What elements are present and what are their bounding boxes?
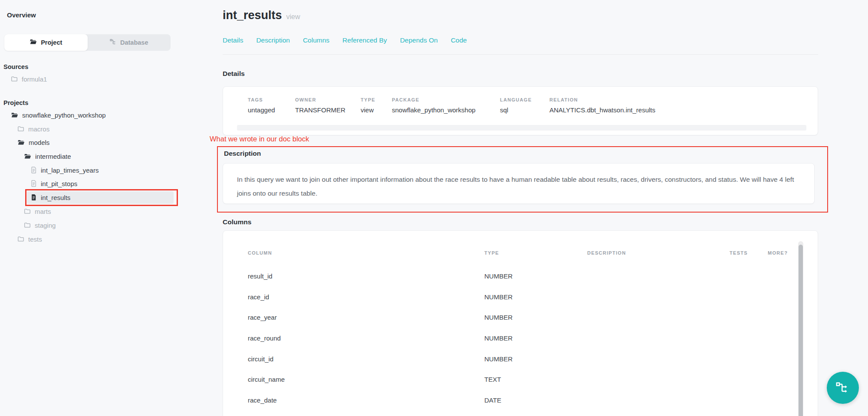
sources-section-label: Sources [3,63,28,70]
projects-section-label: Projects [3,99,28,106]
table-scrollbar-thumb[interactable] [799,245,803,416]
tree-item-label: macros [28,125,49,133]
folder-icon [24,208,31,215]
tree-item-label: int_results [41,194,70,201]
table-row-column-name[interactable]: race_id [248,293,269,301]
table-row-column-type: DATE [484,396,501,404]
tree-item-label: intermediate [35,153,71,160]
tab-bar: Details Description Columns Referenced B… [223,36,467,44]
description-card: In this query we want to join out other … [223,163,815,204]
tab-divider [223,54,818,55]
table-row-column-type: NUMBER [484,334,513,342]
tree-item-tests[interactable]: tests [17,233,42,245]
toggle-project-label: Project [41,39,62,46]
column-header-column: COLUMN [248,250,272,255]
database-tree-icon [110,39,116,46]
toggle-database-button[interactable]: Database [88,34,171,51]
detail-field-relation: RELATIONANALYTICS.dbt_hwatson.int_result… [549,97,655,114]
tree-item-label: marts [35,208,51,215]
table-row-column-name[interactable]: circuit_id [248,355,273,363]
tree-item-label: staging [35,222,56,229]
page-title: int_resultsview [223,9,300,22]
folder-open-icon [17,139,25,146]
table-scrollbar-track[interactable] [798,241,803,416]
tab-details[interactable]: Details [223,36,243,44]
table-row-column-type: NUMBER [484,314,513,321]
detail-field-type: TYPEview [361,97,375,114]
tree-item-macros[interactable]: macros [17,123,49,134]
folder-icon [17,236,24,242]
table-row-column-name[interactable]: circuit_name [248,376,285,383]
description-text: In this query we want to join out other … [237,173,801,200]
table-row-column-type: NUMBER [484,355,513,363]
tree-item-label: int_lap_times_years [41,167,99,174]
model-type-subtitle: view [286,13,300,20]
details-collapsed-strip [237,125,806,131]
tree-item-intermediate[interactable]: intermediate [24,151,71,162]
table-row-column-type: NUMBER [484,272,513,280]
source-label: formula1 [22,75,47,83]
column-header-description: DESCRIPTION [587,250,626,255]
tree-item-int-lap-times-years[interactable]: int_lap_times_years [30,164,99,176]
table-row-column-name[interactable]: result_id [248,272,273,280]
tree-item-models[interactable]: models [17,137,49,148]
tree-item-staging[interactable]: staging [24,219,56,231]
tree-item-label: tests [28,236,42,243]
tree-item-label: snowflake_python_workshop [22,111,106,119]
columns-table: COLUMN TYPE DESCRIPTION TESTS MORE? resu… [223,230,818,416]
sidebar-item-formula1[interactable]: formula1 [11,73,47,85]
folder-open-icon [30,38,37,47]
folder-icon [11,75,18,82]
toggle-database-label: Database [120,39,148,46]
table-row-column-name[interactable]: race_year [248,314,277,321]
tree-item-snowflake-python-workshop[interactable]: snowflake_python_workshop [11,109,106,121]
lineage-graph-button[interactable] [827,372,859,404]
tab-code[interactable]: Code [451,36,467,44]
table-row-column-type: NUMBER [484,293,513,301]
table-row-column-name[interactable]: race_date [248,396,277,404]
tree-item-int-pit-stops[interactable]: int_pit_stops [30,178,77,189]
tree-item-label: models [29,139,49,146]
column-header-type: TYPE [484,250,499,255]
detail-field-language: LANGUAGEsql [500,97,532,114]
file-filled-icon [30,194,37,201]
tree-item-label: int_pit_stops [41,180,77,187]
tab-description[interactable]: Description [256,36,290,44]
tree-item-int-results[interactable]: int_results [30,192,70,203]
details-section-heading: Details [223,70,245,78]
doc-block-annotation-text: What we wrote in our doc block [210,135,309,143]
view-toggle: Project Database [4,34,171,51]
description-section-heading: Description [224,150,261,157]
tab-depends-on[interactable]: Depends On [400,36,438,44]
tab-columns[interactable]: Columns [303,36,329,44]
folder-icon [24,222,31,229]
table-row-column-type: TEXT [484,376,501,383]
detail-field-owner: OWNERTRANSFORMER [295,97,345,114]
columns-section-heading: Columns [223,218,251,226]
detail-field-package: PACKAGEsnowflake_python_workshop [392,97,476,114]
detail-field-tags: TAGSuntagged [248,97,275,114]
tab-referenced-by[interactable]: Referenced By [342,36,387,44]
folder-open-icon [24,153,31,160]
file-icon [30,167,37,174]
column-header-tests: TESTS [730,250,748,255]
folder-open-icon [11,111,18,119]
column-header-more: MORE? [768,250,788,255]
folder-icon [17,125,24,132]
overview-link[interactable]: Overview [7,11,36,19]
lineage-graph-icon [835,381,850,395]
tree-item-marts[interactable]: marts [24,206,51,217]
details-card: TAGSuntagged OWNERTRANSFORMER TYPEview P… [223,86,818,135]
toggle-project-button[interactable]: Project [4,34,88,51]
table-row-column-name[interactable]: race_round [248,334,281,342]
file-icon [30,180,37,187]
